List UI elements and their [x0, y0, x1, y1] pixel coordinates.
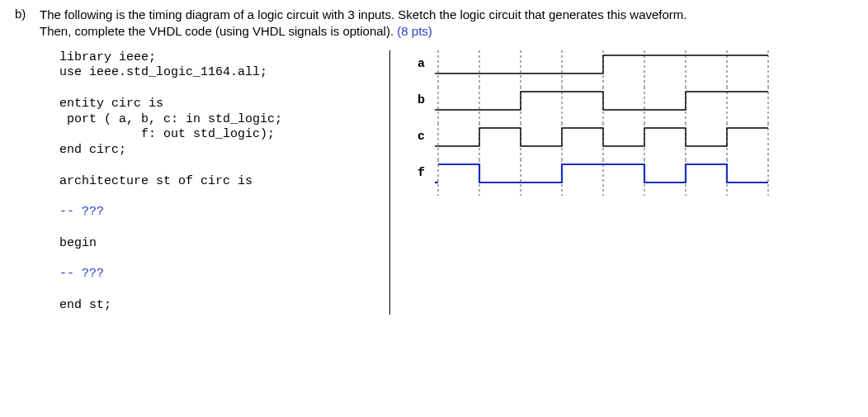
code-line: architecture st of circ is — [59, 174, 252, 188]
vertical-divider — [389, 50, 390, 315]
wave-label-f: f — [412, 159, 430, 180]
code-line: f: out std_logic); — [59, 127, 275, 141]
question-line1: The following is the timing diagram of a… — [40, 7, 687, 21]
wave-svg-c — [430, 123, 776, 159]
wave-label-c: c — [412, 123, 430, 144]
question-label: b) — [15, 7, 33, 40]
timing-diagram: a b c f — [412, 50, 853, 315]
main-content: library ieee; use ieee.std_logic_1164.al… — [59, 50, 853, 315]
question-line2: Then, complete the VHDL code (using VHDL… — [40, 24, 397, 38]
wave-row-a: a — [412, 50, 853, 87]
wave-label-a: a — [412, 50, 430, 71]
question-text: The following is the timing diagram of a… — [40, 7, 687, 40]
question-block: b) The following is the timing diagram o… — [15, 7, 853, 40]
wave-row-c: c — [412, 123, 853, 159]
code-line: use ieee.std_logic_1164.all; — [59, 65, 267, 79]
code-line: port ( a, b, c: in std_logic; — [59, 112, 282, 126]
wave-svg-a — [430, 50, 776, 87]
code-line: library ieee; — [59, 50, 156, 64]
code-placeholder: -- ??? — [59, 267, 104, 281]
wave-row-f: f — [412, 159, 853, 196]
code-line: end st; — [59, 298, 111, 312]
wave-svg-b — [430, 87, 776, 123]
wave-label-b: b — [412, 87, 430, 107]
code-line: begin — [59, 236, 97, 250]
code-line: end circ; — [59, 143, 126, 157]
wave-row-b: b — [412, 87, 853, 123]
code-line: entity circ is — [59, 97, 163, 111]
wave-svg-f — [430, 159, 776, 196]
vhdl-code: library ieee; use ieee.std_logic_1164.al… — [59, 50, 381, 315]
code-placeholder: -- ??? — [59, 205, 104, 219]
question-points: (8 pts) — [397, 24, 432, 38]
